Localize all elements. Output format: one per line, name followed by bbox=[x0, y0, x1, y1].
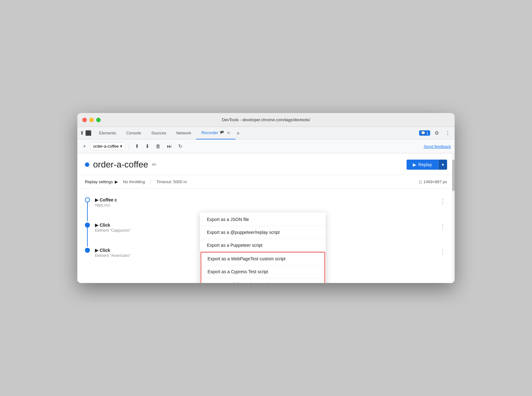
more-options-icon[interactable]: ⋮ bbox=[443, 129, 452, 137]
maximize-button[interactable] bbox=[96, 118, 101, 122]
settings-icon[interactable]: ⚙ bbox=[433, 129, 441, 137]
step-circle-filled bbox=[85, 223, 90, 228]
recording-selector[interactable]: order-a-coffee ▾ bbox=[90, 142, 125, 150]
minimize-button[interactable] bbox=[89, 118, 94, 122]
step-line bbox=[87, 228, 88, 246]
window-title: DevTools - developer.chrome.com/tags/dev… bbox=[222, 117, 310, 122]
step-more-icon[interactable]: ⋮ bbox=[438, 248, 447, 255]
step-line bbox=[87, 202, 88, 221]
traffic-lights bbox=[82, 118, 101, 122]
step-content: ▶ Coffee c https://co bbox=[95, 197, 438, 207]
export-puppeteer-replay-item[interactable]: Export as a @puppeteer/replay script bbox=[201, 226, 325, 239]
export-dropdown-menu: Export as a JSON file Export as a @puppe… bbox=[200, 212, 326, 283]
edit-icon[interactable]: ✏ bbox=[152, 161, 157, 168]
replay-button[interactable]: ▶ Replay bbox=[407, 160, 438, 170]
toolbar-right: Send feedback bbox=[424, 144, 451, 149]
add-recording-button[interactable]: + bbox=[81, 142, 88, 150]
title-bar: DevTools - developer.chrome.com/tags/dev… bbox=[77, 113, 455, 127]
export-plugins-group: Export as a WebPageTest custom script Ex… bbox=[201, 252, 325, 283]
step-more-icon[interactable]: ⋮ bbox=[438, 223, 447, 230]
tab-sources[interactable]: Sources bbox=[146, 127, 171, 139]
record-icon: ⬛ bbox=[85, 130, 91, 136]
step-title: ▶ Coffee c bbox=[95, 197, 438, 202]
settings-section: Replay settings ▶ No throttling | Timeou… bbox=[77, 175, 455, 189]
chevron-down-icon: ▾ bbox=[442, 162, 444, 167]
export-cypress-item[interactable]: Export as a Cypress Test script bbox=[201, 265, 324, 278]
delete-button[interactable]: 🗑 bbox=[154, 142, 163, 150]
step-url: https://co bbox=[95, 203, 438, 207]
settings-arrow-icon: ▶ bbox=[115, 179, 118, 184]
tab-bar: ⬆ ⬛ Elements Console Sources Network Rec… bbox=[77, 127, 455, 139]
step-circle-empty bbox=[85, 197, 90, 202]
scrollbar-thumb[interactable] bbox=[452, 160, 455, 191]
export-webpagetest-item[interactable]: Export as a WebPageTest custom script bbox=[201, 252, 324, 265]
step-item: ▶ Coffee c https://co ⋮ bbox=[77, 194, 455, 211]
more-tabs-icon[interactable]: » bbox=[236, 129, 241, 137]
upload-icon: ⬆ bbox=[135, 143, 139, 149]
tab-close-icon[interactable]: ✕ bbox=[227, 130, 230, 135]
loop-button[interactable]: ↻ bbox=[176, 142, 184, 150]
recording-title: order-a-coffee bbox=[93, 160, 148, 170]
step-forward-button[interactable]: ⏭ bbox=[165, 142, 174, 150]
tab-network[interactable]: Network bbox=[171, 127, 197, 139]
step-timeline bbox=[85, 223, 90, 228]
tab-console[interactable]: Console bbox=[121, 127, 146, 139]
import-button[interactable]: ⬇ bbox=[143, 142, 151, 150]
step-more-icon[interactable]: ⋮ bbox=[438, 197, 447, 205]
toolbar-separator bbox=[129, 143, 129, 150]
export-puppeteer-item[interactable]: Export as a Puppeteer script bbox=[201, 239, 325, 252]
scrollbar[interactable] bbox=[452, 153, 455, 283]
step-expand-icon[interactable]: ▶ bbox=[95, 248, 98, 253]
recording-dot bbox=[85, 162, 89, 167]
step-circle-filled bbox=[85, 248, 90, 253]
recording-header: order-a-coffee ✏ ▶ Replay ▾ bbox=[77, 153, 455, 175]
step-expand-icon[interactable]: ▶ bbox=[95, 223, 98, 228]
close-button[interactable] bbox=[82, 118, 87, 122]
export-json-item[interactable]: Export as a JSON file bbox=[201, 213, 325, 226]
devtools-window: DevTools - developer.chrome.com/tags/dev… bbox=[77, 113, 455, 283]
throttling-value: No throttling bbox=[123, 179, 145, 184]
replay-dropdown-button[interactable]: ▾ bbox=[438, 160, 447, 170]
send-feedback-button[interactable]: Send feedback bbox=[424, 144, 451, 149]
main-content: order-a-coffee ✏ ▶ Replay ▾ Replay setti… bbox=[77, 153, 455, 283]
trash-icon: 🗑 bbox=[156, 144, 161, 149]
tab-elements[interactable]: Elements bbox=[94, 127, 121, 139]
play-icon: ▶ bbox=[413, 162, 416, 167]
step-forward-icon: ⏭ bbox=[167, 144, 172, 149]
export-button[interactable]: ⬆ bbox=[133, 142, 141, 150]
replay-button-group: ▶ Replay ▾ bbox=[407, 160, 447, 170]
step-timeline bbox=[85, 248, 90, 253]
timeout-value: Timeout: 5000 m bbox=[156, 179, 187, 184]
notification-badge[interactable]: 💬 1 bbox=[419, 130, 430, 136]
download-icon: ⬇ bbox=[145, 143, 149, 149]
replay-settings-label[interactable]: Replay settings ▶ bbox=[85, 179, 118, 184]
chat-icon: 💬 bbox=[421, 131, 425, 135]
step-expand-icon[interactable]: ▶ bbox=[95, 197, 98, 202]
recorder-icon: 🏴 bbox=[219, 131, 224, 135]
step-timeline bbox=[85, 197, 90, 202]
tab-bar-right: 💬 1 ⚙ ⋮ bbox=[419, 129, 452, 137]
settings-separator: | bbox=[150, 179, 151, 184]
chevron-down-icon: ▾ bbox=[120, 144, 122, 149]
loop-icon: ↻ bbox=[178, 143, 182, 149]
dimensions-value: ◻ 1469×887 px bbox=[419, 179, 447, 184]
export-nightwatch-item[interactable]: Export as a Nightwatch test script bbox=[201, 278, 324, 283]
cursor-icon: ⬆ bbox=[80, 130, 84, 136]
toolbar: + order-a-coffee ▾ ⬆ ⬇ 🗑 ⏭ ↻ Send feedba… bbox=[77, 139, 455, 153]
tab-recorder[interactable]: Recorder 🏴 ✕ bbox=[196, 127, 235, 139]
